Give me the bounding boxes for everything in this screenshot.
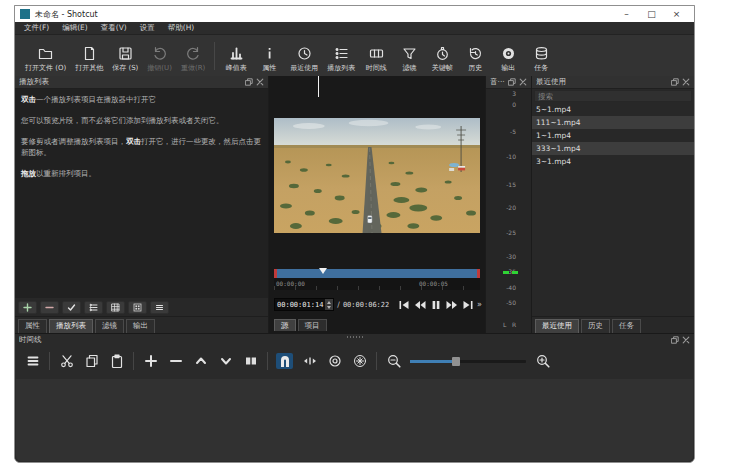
redo-button[interactable]: 重做(R) [181,46,205,73]
tab-source[interactable]: 源 [274,319,296,331]
playlist-button[interactable]: 播放列表 [327,46,355,73]
float-panel-icon[interactable] [508,78,516,86]
meter-level-right [512,271,518,274]
close-panel-icon[interactable] [519,78,527,86]
add-button[interactable] [18,301,37,314]
playlist-menu-button[interactable] [150,301,169,314]
menu-item-edit[interactable]: 编辑(E) [62,23,88,33]
pause-button[interactable] [429,299,442,310]
scrub-drag-button[interactable] [301,353,318,369]
trim-in-handle[interactable] [274,269,277,278]
menu-item-settings[interactable]: 设置 [140,23,155,33]
rewind-button[interactable] [413,299,426,310]
snap-button[interactable] [276,353,293,369]
history-button[interactable]: 历史 [463,46,487,73]
tab-history[interactable]: 历史 [581,319,610,333]
ripple-button[interactable] [326,353,343,369]
remove-icon [45,303,54,312]
playlist-hint-1: 双击一个播放列表项目在播放器中打开它 [21,94,262,105]
dock-splitter-handle[interactable] [347,336,363,338]
timeline-icon [369,46,384,61]
split-button[interactable] [242,353,259,369]
playlist-icon [334,46,349,61]
scrub-bar[interactable] [274,269,480,278]
transport-more-button[interactable]: » [477,301,482,309]
fast-forward-button[interactable] [445,299,458,310]
float-panel-icon[interactable] [671,336,679,344]
jobs-button[interactable]: 任务 [529,46,553,73]
timeline-zoom-slider[interactable] [410,356,526,367]
redo-icon [186,46,201,61]
copy-button[interactable] [83,353,100,369]
float-panel-icon[interactable] [245,78,253,86]
recent-file-item[interactable]: 333~1.mp4 [532,142,694,155]
recent-file-item[interactable]: 1~1.mp4 [532,129,694,142]
float-panel-icon[interactable] [671,78,679,86]
paste-button[interactable] [108,353,125,369]
timeline-menu-button[interactable] [24,353,41,369]
zoom-slider-handle[interactable] [452,357,460,366]
zoom-in-button[interactable] [534,353,551,369]
export-button[interactable]: 输出 [496,46,520,73]
view-icons-button[interactable] [128,301,147,314]
meter-level-left [503,271,509,274]
menu-item-help[interactable]: 帮助(H) [168,23,195,33]
app-window: 未命名 - Shotcut – □ × 文件(F) 编辑(E) 查看(V) 设置… [14,5,695,463]
ruler-label-start: 00:00:00 [276,280,305,287]
open-other-button[interactable]: 打开其他 [75,46,103,73]
ripple-icon [328,354,342,368]
recent-panel: 最近使用 5~1.mp4 111~1.mp4 1~1.mp4 333~1.mp4… [531,76,694,333]
minimize-button[interactable]: – [614,6,639,22]
position-step-down[interactable] [327,306,331,309]
open-file-button[interactable]: 打开文件 (O) [25,46,66,73]
search-input[interactable] [534,90,692,102]
time-ruler[interactable]: 00:00:00 00:00:05 [274,278,480,290]
playhead[interactable] [319,268,327,274]
filters-button[interactable]: 滤镜 [397,46,421,73]
tab-project[interactable]: 项目 [298,319,327,331]
close-panel-icon[interactable] [682,78,690,86]
append-button[interactable] [142,353,159,369]
position-field[interactable]: 00:00:01:14 [274,298,334,311]
view-details-button[interactable] [84,301,103,314]
menu-item-view[interactable]: 查看(V) [101,23,127,33]
zoom-out-button[interactable] [385,353,402,369]
view-tiles-button[interactable] [106,301,125,314]
save-button[interactable]: 保存 (S) [112,46,138,73]
tab-export[interactable]: 输出 [126,319,155,333]
position-step-up[interactable] [327,301,331,304]
peak-meter-button[interactable]: 峰值表 [224,46,248,73]
ripple-all-button[interactable] [351,353,368,369]
tab-filters[interactable]: 滤镜 [95,319,124,333]
skip-previous-button[interactable] [397,299,410,310]
timeline-button[interactable]: 时间线 [364,46,388,73]
maximize-button[interactable]: □ [639,6,664,22]
recent-file-item[interactable]: 111~1.mp4 [532,116,694,129]
close-panel-icon[interactable] [682,336,690,344]
trim-out-handle[interactable] [477,269,480,278]
close-panel-icon[interactable] [256,78,264,86]
recent-file-item[interactable]: 5~1.mp4 [532,103,694,116]
zoom-slider-fill [410,360,456,363]
update-button[interactable] [62,301,81,314]
undo-button[interactable]: 撤销(U) [147,46,172,73]
skip-next-icon [462,300,474,310]
keyframes-button[interactable]: 关键帧 [430,46,454,73]
skip-next-button[interactable] [461,299,474,310]
tab-playlist[interactable]: 播放列表 [49,319,93,333]
overwrite-button[interactable] [217,353,234,369]
timeline-tracks[interactable] [16,379,693,461]
tab-recent[interactable]: 最近使用 [535,319,579,333]
recent-button[interactable]: 最近使用 [290,46,318,73]
timeline-toolbar-separator [133,352,134,370]
recent-file-item[interactable]: 3~1.mp4 [532,155,694,168]
menu-item-file[interactable]: 文件(F) [24,23,49,33]
remove-button[interactable] [40,301,59,314]
cut-button[interactable] [58,353,75,369]
ripple-delete-button[interactable] [167,353,184,369]
tab-jobs[interactable]: 任务 [612,319,641,333]
lift-button[interactable] [192,353,209,369]
close-button[interactable]: × [664,6,689,22]
tab-properties[interactable]: 属性 [18,319,47,333]
properties-button[interactable]: 属性 [257,46,281,73]
